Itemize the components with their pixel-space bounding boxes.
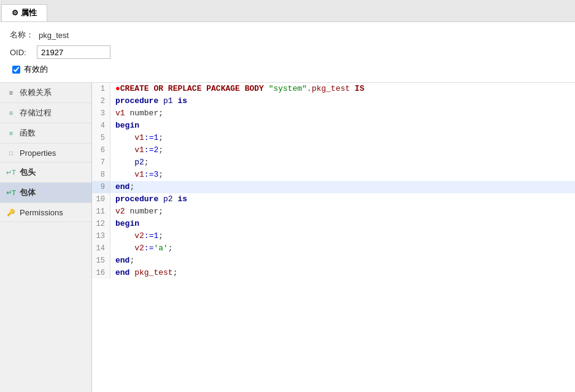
- code-line-2: 2 procedure p1 is: [92, 95, 575, 107]
- permissions-icon: 🔑: [6, 207, 16, 217]
- oid-row: OID:: [10, 45, 565, 59]
- code-editor[interactable]: 1 ●CREATE OR REPLACE PACKAGE BODY "syste…: [92, 83, 575, 392]
- line-content-3: v1 number;: [110, 107, 163, 120]
- oid-label: OID:: [10, 48, 32, 57]
- line-content-1: ●CREATE OR REPLACE PACKAGE BODY "system"…: [110, 83, 365, 95]
- name-row: 名称： pkg_test: [10, 29, 565, 40]
- line-num-8: 8: [92, 169, 110, 181]
- sidebar-label-permissions: Permissions: [20, 208, 63, 217]
- line-content-4: begin: [110, 120, 139, 132]
- line-content-8: v1:=3;: [110, 169, 163, 181]
- line-num-5: 5: [92, 132, 110, 144]
- code-line-4: 4 begin: [92, 120, 575, 132]
- tab-properties[interactable]: ⚙ 属性: [1, 4, 47, 21]
- dependencies-icon: ≡: [6, 88, 16, 98]
- line-num-11: 11: [92, 206, 110, 218]
- sidebar-item-procedures[interactable]: ≡ 存储过程: [0, 103, 91, 123]
- line-num-12: 12: [92, 218, 110, 230]
- name-label: 名称：: [10, 29, 34, 40]
- line-num-6: 6: [92, 144, 110, 156]
- line-num-2: 2: [92, 95, 110, 107]
- line-num-7: 7: [92, 156, 110, 169]
- sidebar-item-permissions[interactable]: 🔑 Permissions: [0, 203, 91, 222]
- main-content: ≡ 依赖关系 ≡ 存储过程 ≡ 函数 □ Properties ↵T 包头 ↵T…: [0, 83, 575, 392]
- functions-icon: ≡: [6, 128, 16, 138]
- line-num-15: 15: [92, 255, 110, 267]
- valid-checkbox[interactable]: [12, 66, 20, 74]
- code-line-9: 9 end;: [92, 181, 575, 193]
- code-line-10: 10 procedure p2 is: [92, 193, 575, 206]
- tab-properties-label: 属性: [21, 7, 37, 18]
- body-icon: ↵T: [6, 188, 16, 198]
- line-num-1: 1: [92, 83, 110, 95]
- line-num-13: 13: [92, 230, 110, 242]
- line-num-14: 14: [92, 242, 110, 255]
- oid-input[interactable]: [37, 45, 110, 59]
- code-line-1: 1 ●CREATE OR REPLACE PACKAGE BODY "syste…: [92, 83, 575, 95]
- sidebar-item-header[interactable]: ↵T 包头: [0, 163, 91, 183]
- code-line-12: 12 begin: [92, 218, 575, 230]
- code-line-8: 8 v1:=3;: [92, 169, 575, 181]
- line-content-13: v2:=1;: [110, 230, 163, 242]
- code-line-13: 13 v2:=1;: [92, 230, 575, 242]
- line-content-5: v1:=1;: [110, 132, 163, 144]
- tab-bar: ⚙ 属性: [0, 0, 575, 22]
- line-num-9: 9: [92, 181, 110, 193]
- name-value: pkg_test: [39, 31, 69, 40]
- line-content-16: end pkg_test;: [110, 267, 177, 279]
- code-line-6: 6 v1:=2;: [92, 144, 575, 156]
- sidebar-label-procedures: 存储过程: [20, 107, 52, 118]
- line-num-4: 4: [92, 120, 110, 132]
- line-content-6: v1:=2;: [110, 144, 163, 156]
- properties-panel: 名称： pkg_test OID: 有效的: [0, 22, 575, 83]
- line-num-3: 3: [92, 107, 110, 120]
- procedures-icon: ≡: [6, 108, 16, 118]
- sidebar: ≡ 依赖关系 ≡ 存储过程 ≡ 函数 □ Properties ↵T 包头 ↵T…: [0, 83, 92, 392]
- valid-row: 有效的: [10, 64, 565, 75]
- line-num-16: 16: [92, 267, 110, 279]
- line-num-10: 10: [92, 193, 110, 206]
- sidebar-label-body: 包体: [20, 187, 36, 198]
- tab-properties-icon: ⚙: [12, 9, 18, 17]
- line-content-10: procedure p2 is: [110, 193, 187, 206]
- code-line-7: 7 p2;: [92, 156, 575, 169]
- line-content-11: v2 number;: [110, 206, 163, 218]
- line-content-15: end;: [110, 255, 134, 267]
- code-line-14: 14 v2:='a';: [92, 242, 575, 255]
- valid-label: 有效的: [24, 64, 48, 75]
- properties-icon: □: [6, 148, 16, 158]
- code-line-3: 3 v1 number;: [92, 107, 575, 120]
- sidebar-label-properties: Properties: [20, 148, 56, 158]
- sidebar-label-dependencies: 依赖关系: [20, 87, 52, 98]
- code-line-11: 11 v2 number;: [92, 206, 575, 218]
- line-content-9: end;: [110, 181, 134, 193]
- sidebar-item-functions[interactable]: ≡ 函数: [0, 123, 91, 144]
- sidebar-item-dependencies[interactable]: ≡ 依赖关系: [0, 83, 91, 103]
- sidebar-item-body[interactable]: ↵T 包体: [0, 183, 91, 203]
- header-icon: ↵T: [6, 167, 16, 177]
- line-content-12: begin: [110, 218, 139, 230]
- code-line-5: 5 v1:=1;: [92, 132, 575, 144]
- line-content-7: p2;: [110, 156, 149, 169]
- code-line-15: 15 end;: [92, 255, 575, 267]
- line-content-2: procedure p1 is: [110, 95, 187, 107]
- code-line-16: 16 end pkg_test;: [92, 267, 575, 279]
- sidebar-label-header: 包头: [20, 167, 36, 178]
- sidebar-item-properties[interactable]: □ Properties: [0, 144, 91, 163]
- sidebar-label-functions: 函数: [20, 128, 36, 139]
- line-content-14: v2:='a';: [110, 242, 173, 255]
